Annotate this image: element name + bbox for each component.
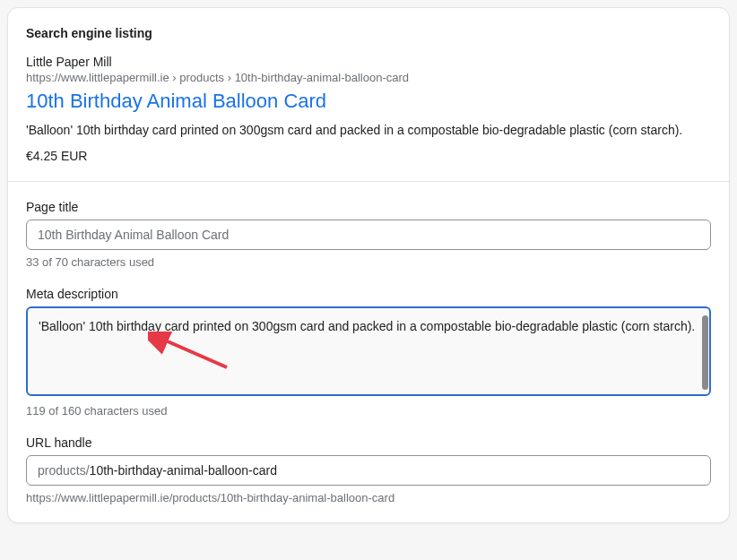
page-title-input[interactable] (26, 220, 711, 250)
preview-breadcrumb: https://www.littlepapermill.ie › product… (26, 71, 711, 84)
page-title-field: Page title 33 of 70 characters used (26, 200, 711, 269)
url-handle-input-wrap[interactable]: products/ (26, 455, 711, 486)
seo-preview-section: Search engine listing Little Paper Mill … (8, 8, 729, 181)
meta-description-input[interactable]: 'Balloon' 10th birthday card printed on … (26, 306, 711, 396)
preview-site-name: Little Paper Mill (26, 55, 711, 69)
seo-form-section: Page title 33 of 70 characters used Meta… (8, 182, 729, 522)
section-title: Search engine listing (26, 26, 711, 40)
url-handle-field: URL handle products/ https://www.littlep… (26, 435, 711, 504)
url-handle-helper: https://www.littlepapermill.ie/products/… (26, 491, 711, 504)
preview-description: 'Balloon' 10th birthday card printed on … (26, 122, 711, 140)
meta-description-helper: 119 of 160 characters used (26, 404, 711, 418)
scrollbar[interactable] (702, 315, 708, 390)
meta-description-label: Meta description (26, 287, 711, 301)
meta-description-wrap: 'Balloon' 10th birthday card printed on … (26, 306, 711, 399)
meta-description-field: Meta description 'Balloon' 10th birthday… (26, 287, 711, 418)
page-title-label: Page title (26, 200, 711, 214)
url-handle-input[interactable] (90, 463, 699, 478)
preview-price: €4.25 EUR (26, 149, 711, 163)
preview-page-title: 10th Birthday Animal Balloon Card (26, 90, 711, 113)
url-handle-prefix: products/ (38, 463, 90, 478)
url-handle-label: URL handle (26, 435, 711, 450)
page-title-helper: 33 of 70 characters used (26, 255, 711, 269)
seo-settings-card: Search engine listing Little Paper Mill … (7, 7, 730, 523)
